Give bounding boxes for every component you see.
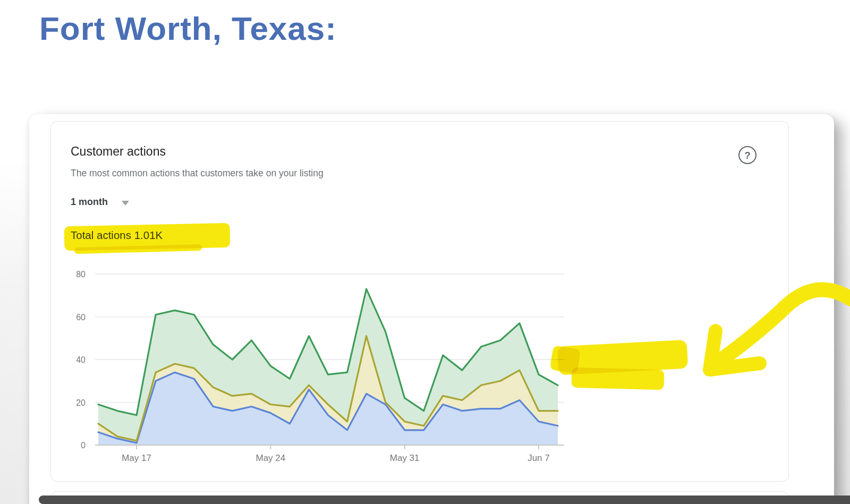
page: Fort Worth, Texas: Customer actions The …	[0, 0, 850, 504]
card-subtitle: The most common actions that customers t…	[71, 168, 324, 179]
page-title: Fort Worth, Texas:	[39, 10, 337, 47]
period-label: 1 month	[71, 197, 108, 208]
card-heading: Customer actions	[71, 144, 166, 159]
period-dropdown[interactable]: 1 month	[71, 197, 129, 208]
total-actions-label: Total actions 1.01K	[71, 229, 163, 242]
help-button[interactable]: ?	[738, 146, 756, 164]
bottom-dark-bar	[39, 496, 850, 504]
chevron-down-icon	[122, 201, 129, 206]
question-mark-icon: ?	[744, 150, 751, 160]
